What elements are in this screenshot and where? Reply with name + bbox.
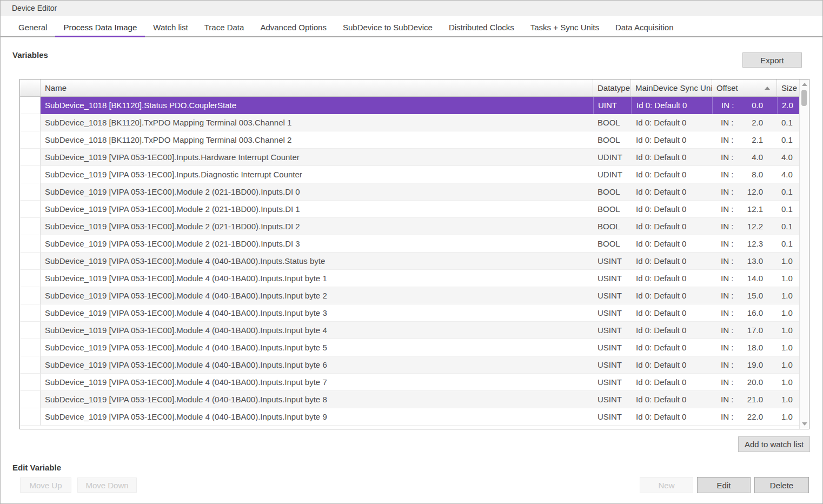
offset-value: 15.0 bbox=[747, 291, 763, 300]
offset-direction: IN : bbox=[721, 222, 733, 231]
tab-distributed-clocks[interactable]: Distributed Clocks bbox=[441, 18, 522, 37]
table-row[interactable]: SubDevice_1019 [VIPA 053-1EC00].Module 4… bbox=[20, 287, 799, 304]
offset-cell: IN :12.0 bbox=[712, 183, 777, 201]
row-selector-cell bbox=[20, 339, 41, 356]
datatype-cell: USINT bbox=[593, 408, 631, 426]
offset-value: 0.0 bbox=[752, 101, 763, 110]
offset-direction: IN : bbox=[721, 395, 733, 404]
sync-unit-cell: Id 0: Default 0 bbox=[631, 253, 712, 270]
size-cell: 4.0 bbox=[777, 149, 799, 166]
offset-direction: IN : bbox=[721, 326, 733, 335]
scroll-down-icon[interactable] bbox=[802, 422, 807, 426]
offset-direction: IN : bbox=[721, 274, 733, 283]
name-cell: SubDevice_1019 [VIPA 053-1EC00].Module 4… bbox=[41, 391, 593, 408]
add-to-watch-list-button[interactable]: Add to watch list bbox=[738, 436, 810, 452]
size-cell: 2.0 bbox=[777, 97, 799, 114]
table-row[interactable]: SubDevice_1019 [VIPA 053-1EC00].Module 4… bbox=[20, 339, 799, 356]
column-header-name[interactable]: Name bbox=[41, 79, 593, 96]
offset-cell: IN :12.3 bbox=[712, 235, 777, 253]
move-up-button[interactable]: Move Up bbox=[20, 478, 71, 493]
tab-data-acquisition[interactable]: Data Acquisition bbox=[607, 18, 682, 37]
tab-subdevice-to-subdevice[interactable]: SubDevice to SubDevice bbox=[335, 18, 441, 37]
offset-direction: IN : bbox=[721, 291, 733, 300]
tab-tasks-sync-units[interactable]: Tasks + Sync Units bbox=[522, 18, 607, 37]
offset-cell: IN :20.0 bbox=[712, 374, 777, 391]
sync-unit-cell: Id 0: Default 0 bbox=[631, 322, 712, 339]
scrollbar-thumb[interactable] bbox=[801, 90, 807, 106]
offset-value: 19.0 bbox=[747, 360, 763, 369]
new-button[interactable]: New bbox=[640, 477, 693, 493]
offset-cell: IN :21.0 bbox=[712, 391, 777, 408]
table-row[interactable]: SubDevice_1019 [VIPA 053-1EC00].Module 4… bbox=[20, 253, 799, 270]
offset-cell: IN :17.0 bbox=[712, 322, 777, 339]
offset-cell: IN :13.0 bbox=[712, 253, 777, 270]
table-row[interactable]: SubDevice_1018 [BK1120].TxPDO Mapping Te… bbox=[20, 114, 799, 131]
table-row[interactable]: SubDevice_1019 [VIPA 053-1EC00].Module 4… bbox=[20, 322, 799, 339]
column-header-size[interactable]: Size bbox=[777, 79, 799, 96]
table-row[interactable]: SubDevice_1019 [VIPA 053-1EC00].Inputs.H… bbox=[20, 149, 799, 166]
sync-unit-cell: Id 0: Default 0 bbox=[631, 287, 712, 304]
sync-unit-cell: Id 0: Default 0 bbox=[631, 356, 712, 374]
variables-table: Name Datatype MainDevice Sync Unit Offse… bbox=[19, 79, 809, 429]
name-cell: SubDevice_1018 [BK1120].Status PDO.Coupl… bbox=[41, 97, 593, 114]
row-selector-cell bbox=[20, 287, 41, 304]
offset-value: 13.0 bbox=[747, 256, 763, 266]
sync-unit-cell: Id 0: Default 0 bbox=[631, 166, 712, 183]
table-row[interactable]: SubDevice_1018 [BK1120].TxPDO Mapping Te… bbox=[20, 131, 799, 149]
table-row[interactable]: SubDevice_1018 [BK1120].Status PDO.Coupl… bbox=[20, 97, 799, 114]
offset-direction: IN : bbox=[721, 239, 733, 248]
table-row[interactable]: SubDevice_1019 [VIPA 053-1EC00].Module 2… bbox=[20, 235, 799, 253]
sync-unit-cell: Id 0: Default 0 bbox=[631, 408, 712, 426]
sync-unit-cell: Id 0: Default 0 bbox=[631, 183, 712, 201]
edit-button[interactable]: Edit bbox=[697, 477, 751, 493]
datatype-cell: BOOL bbox=[593, 114, 631, 131]
export-button[interactable]: Export bbox=[742, 52, 802, 68]
tab-general[interactable]: General bbox=[10, 18, 55, 37]
table-row[interactable]: SubDevice_1019 [VIPA 053-1EC00].Module 2… bbox=[20, 201, 799, 218]
size-cell: 1.0 bbox=[777, 391, 799, 408]
delete-button[interactable]: Delete bbox=[754, 477, 809, 493]
name-cell: SubDevice_1018 [BK1120].TxPDO Mapping Te… bbox=[41, 131, 593, 149]
table-row[interactable]: SubDevice_1019 [VIPA 053-1EC00].Module 4… bbox=[20, 304, 799, 322]
table-row[interactable]: SubDevice_1019 [VIPA 053-1EC00].Module 2… bbox=[20, 218, 799, 235]
sync-unit-cell: Id 0: Default 0 bbox=[631, 201, 712, 218]
column-header-sync-unit[interactable]: MainDevice Sync Unit bbox=[631, 79, 712, 96]
offset-value: 12.2 bbox=[747, 222, 763, 231]
offset-value: 2.1 bbox=[752, 135, 763, 144]
offset-value: 14.0 bbox=[747, 274, 763, 283]
tab-bar: GeneralProcess Data ImageWatch listTrace… bbox=[1, 16, 822, 37]
offset-cell: IN :12.2 bbox=[712, 218, 777, 235]
table-row[interactable]: SubDevice_1019 [VIPA 053-1EC00].Module 4… bbox=[20, 270, 799, 287]
tab-trace-data[interactable]: Trace Data bbox=[196, 18, 253, 37]
table-row[interactable]: SubDevice_1019 [VIPA 053-1EC00].Module 4… bbox=[20, 408, 799, 426]
tab-watch-list[interactable]: Watch list bbox=[145, 18, 196, 37]
column-header-datatype[interactable]: Datatype bbox=[593, 79, 631, 96]
datatype-cell: USINT bbox=[593, 391, 631, 408]
table-row[interactable]: SubDevice_1019 [VIPA 053-1EC00].Module 4… bbox=[20, 356, 799, 374]
sync-unit-cell: Id 0: Default 0 bbox=[631, 218, 712, 235]
tab-process-data-image[interactable]: Process Data Image bbox=[55, 18, 145, 37]
size-cell: 1.0 bbox=[777, 253, 799, 270]
row-selector-cell bbox=[20, 97, 41, 114]
row-selector-cell bbox=[20, 218, 41, 235]
move-down-button[interactable]: Move Down bbox=[77, 478, 137, 493]
scroll-up-icon[interactable] bbox=[802, 83, 807, 86]
table-row[interactable]: SubDevice_1019 [VIPA 053-1EC00].Module 4… bbox=[20, 374, 799, 391]
datatype-cell: USINT bbox=[593, 374, 631, 391]
size-cell: 1.0 bbox=[777, 356, 799, 374]
name-cell: SubDevice_1019 [VIPA 053-1EC00].Module 4… bbox=[41, 408, 593, 426]
size-cell: 1.0 bbox=[777, 322, 799, 339]
offset-direction: IN : bbox=[721, 412, 733, 421]
name-cell: SubDevice_1019 [VIPA 053-1EC00].Module 4… bbox=[41, 339, 593, 356]
table-row[interactable]: SubDevice_1019 [VIPA 053-1EC00].Inputs.D… bbox=[20, 166, 799, 183]
column-header-offset[interactable]: Offset bbox=[712, 79, 777, 96]
offset-direction: IN : bbox=[721, 360, 733, 369]
vertical-scrollbar[interactable] bbox=[799, 79, 809, 429]
offset-value: 12.3 bbox=[747, 239, 763, 248]
tab-advanced-options[interactable]: Advanced Options bbox=[252, 18, 335, 37]
table-row[interactable]: SubDevice_1019 [VIPA 053-1EC00].Module 4… bbox=[20, 391, 799, 408]
offset-direction: IN : bbox=[721, 204, 733, 214]
table-row[interactable]: SubDevice_1019 [VIPA 053-1EC00].Module 2… bbox=[20, 183, 799, 201]
offset-cell: IN :2.0 bbox=[712, 114, 777, 131]
column-header-selector[interactable] bbox=[20, 79, 41, 96]
